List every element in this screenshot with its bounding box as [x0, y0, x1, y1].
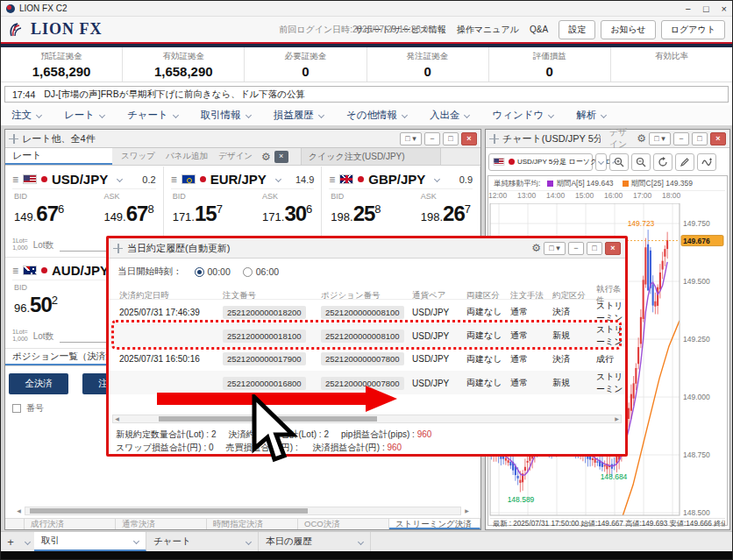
start-time-radio-1[interactable]: 06:00	[243, 266, 279, 277]
taskbar-item-1[interactable]: チャート	[146, 532, 259, 551]
chart-panel-menu-button[interactable]: □ ▾	[649, 132, 671, 145]
bid-quote[interactable]: BID 149.676	[14, 192, 64, 226]
hamburger-icon[interactable]: ≡	[171, 174, 177, 186]
account-cell-5: 有効比率	[611, 47, 732, 82]
rate-tab-link-0[interactable]: スワップ	[121, 151, 155, 162]
refresh-button[interactable]	[653, 153, 673, 171]
dialog-maximize-button[interactable]: □	[587, 242, 602, 255]
menu-item-1[interactable]: レート	[64, 109, 104, 122]
bid-label: BID	[14, 192, 64, 201]
dialog-close-button[interactable]: ×	[605, 242, 621, 255]
pair-label[interactable]: EUR/JPY	[210, 172, 267, 187]
draw-pencil-button[interactable]	[675, 153, 694, 171]
gear-icon[interactable]: ⚙	[531, 243, 541, 253]
header-button-1[interactable]: お知らせ	[601, 20, 656, 39]
window-close-button[interactable]: ×	[722, 4, 727, 14]
header-link-2[interactable]: Q&A	[530, 25, 548, 34]
pair-label[interactable]: USD/JPY	[52, 172, 108, 187]
pair-label[interactable]: AUD/JPY	[52, 263, 109, 278]
chart-panel-titlebar[interactable]: チャート(USD/JPY 5分足 80/85本 デザイン ⚙ □ ▾ − □ ×	[486, 130, 729, 148]
dialog-hscrollbar[interactable]: ◀ ▶	[112, 415, 622, 423]
taskbar-item-0[interactable]: 取引	[34, 532, 146, 551]
menu-item-5[interactable]: その他情報	[346, 109, 407, 122]
close-icon[interactable]: ×	[274, 151, 288, 163]
bottom-tab-1[interactable]: 通常決済	[116, 519, 207, 529]
taskbar-chevron-button[interactable]	[20, 532, 34, 551]
menu-item-2[interactable]: チャート	[127, 109, 178, 122]
legend-swatch-icon	[623, 181, 629, 187]
taskbar-item-2[interactable]: 本日の履歴	[259, 532, 371, 551]
chart-panel-maximize-button[interactable]: □	[692, 132, 708, 145]
menu-item-8[interactable]: 解析	[576, 109, 606, 122]
rate-tab-link-1[interactable]: パネル追加	[166, 151, 208, 162]
svg-text:149.250: 149.250	[683, 335, 710, 344]
menu-item-3[interactable]: 取引情報	[201, 109, 251, 122]
positions-button-0[interactable]: 全決済	[9, 373, 68, 394]
cell-type: 決済	[552, 306, 596, 318]
rate-panel-maximize-button[interactable]: □	[443, 132, 459, 145]
chart-panel-minimize-button[interactable]: −	[673, 132, 689, 145]
execution-history-dialog: 当日約定履歴(自動更新) ⚙ □ ▾ − □ × 当日開始時刻： 00:0006…	[106, 236, 628, 457]
rate-tab-link-2[interactable]: デザイン	[218, 151, 253, 162]
bid-quote[interactable]: BID 171.157	[173, 192, 223, 226]
bottom-tab-3[interactable]: OCO決済	[298, 519, 389, 529]
select-all-checkbox[interactable]	[12, 404, 21, 413]
account-label: 有効比率	[611, 51, 732, 62]
window-minimize-button[interactable]: −	[685, 4, 690, 14]
move-icon[interactable]	[113, 244, 123, 253]
news-ticker[interactable]: 17:44 DJ-[市場の声]FRBが早期利下げに前向きなら、ドル下落の公算	[4, 86, 729, 103]
move-icon[interactable]	[9, 134, 18, 144]
scroll-left-icon[interactable]: ◀	[113, 415, 121, 422]
header-button-2[interactable]: ログアウト	[661, 20, 725, 39]
hamburger-icon[interactable]: ≡	[329, 174, 335, 186]
bottom-tab-0[interactable]: 成行決済	[25, 519, 116, 529]
indicator-button[interactable]	[697, 153, 716, 171]
ask-quote[interactable]: ASK 198.267	[421, 192, 471, 226]
zoom-out-button[interactable]	[631, 153, 651, 171]
tab-rate[interactable]: レート	[5, 148, 112, 165]
move-icon[interactable]	[489, 134, 499, 144]
bid-quote[interactable]: BID 198.258	[331, 192, 381, 226]
hamburger-icon[interactable]: ≡	[12, 265, 18, 277]
ask-quote[interactable]: ASK 171.306	[262, 192, 312, 226]
chart-panel-close-button[interactable]: ×	[710, 132, 726, 145]
rate-panel-close-button[interactable]: ×	[461, 132, 477, 145]
chart-symbol-dropdown[interactable]: USD/JPY 5分足 ローソク BID	[488, 153, 593, 171]
scroll-left-icon[interactable]: ◀	[15, 507, 23, 514]
svg-text:149.000: 149.000	[683, 393, 710, 401]
tab-quick-order[interactable]: クイック注文(USD/JPY)	[301, 148, 441, 165]
ask-quote[interactable]: ASK 149.678	[103, 192, 153, 226]
dialog-titlebar[interactable]: 当日約定履歴(自動更新) ⚙ □ ▾ − □ ×	[109, 238, 625, 259]
menu-item-6[interactable]: 入出金	[430, 109, 470, 122]
menu-item-7[interactable]: ウィンドウ	[492, 109, 553, 122]
scroll-right-icon[interactable]: ▶	[613, 415, 621, 422]
scroll-thumb[interactable]	[30, 508, 308, 514]
header-button-0[interactable]: 設定	[559, 20, 595, 39]
rate-panel-menu-button[interactable]: □ ▾	[400, 132, 422, 145]
menu-item-0[interactable]: 注文	[11, 109, 41, 122]
start-time-radio-0[interactable]: 00:00	[195, 266, 231, 277]
window-maximize-button[interactable]: □	[703, 4, 709, 14]
menu-item-4[interactable]: 損益履歴	[274, 109, 324, 122]
gear-icon[interactable]: ⚙	[637, 133, 646, 144]
rate-panel-titlebar[interactable]: レート他、全4件 □ ▾ − □ ×	[5, 130, 480, 148]
hamburger-icon[interactable]: ≡	[12, 174, 18, 186]
scroll-right-icon[interactable]: ▶	[463, 507, 471, 514]
chart-legend: 単純移動平均: 期間A[5] 149.643期間C[25] 149.359	[490, 178, 725, 191]
rate-panel-hscrollbar[interactable]: ◀ ▶	[25, 507, 461, 515]
flag-au-icon	[23, 266, 37, 275]
pair-label[interactable]: GBP/JPY	[368, 172, 425, 187]
dialog-minimize-button[interactable]: −	[568, 242, 584, 255]
design-link[interactable]: デザイン	[609, 126, 633, 151]
history-row-2[interactable]: 2025/07/31 16:50:16 2521200000017900 252…	[109, 347, 625, 371]
dialog-menu-button[interactable]: □ ▾	[544, 242, 566, 255]
bid-quote[interactable]: BID 96.502	[14, 283, 58, 317]
dropdown-expand-button[interactable]	[595, 153, 607, 171]
gear-icon[interactable]: ⚙	[261, 152, 271, 162]
add-panel-button[interactable]: +	[1, 532, 20, 551]
spread-value: 0.9	[459, 174, 473, 185]
bottom-tab-2[interactable]: 時間指定決済	[207, 519, 298, 529]
rate-panel-minimize-button[interactable]: −	[424, 132, 440, 145]
spread-value: 0.2	[142, 174, 155, 185]
bottom-tab-4[interactable]: ストリーミング決済	[389, 519, 480, 529]
